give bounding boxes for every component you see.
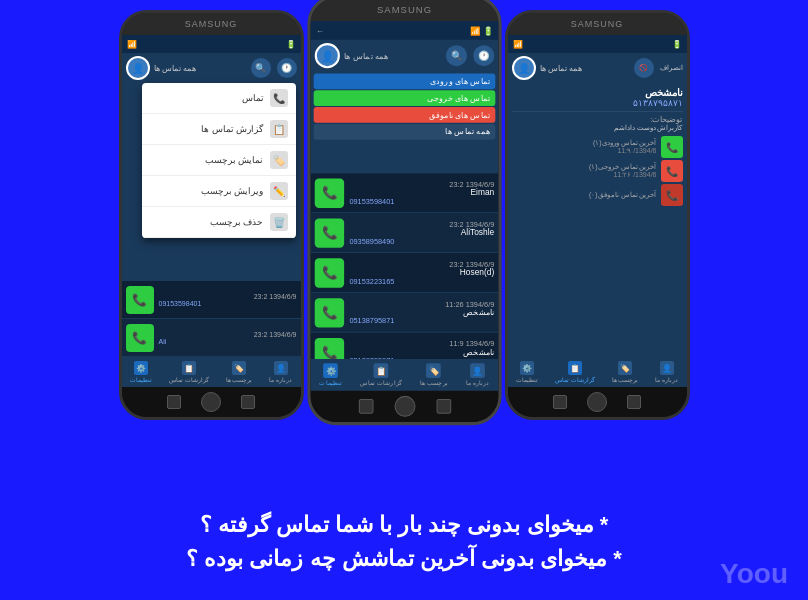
nav-reports-3[interactable]: 📋 گزارشات تماس [555, 361, 595, 383]
menu-btn-3[interactable] [627, 395, 641, 409]
nav-about-3[interactable]: 👤 درباره ما [655, 361, 678, 383]
call-item-p2-5[interactable]: 📞 1394/6/9 11:9 نامشخص 05138795871 [310, 333, 498, 359]
about-nav-icon-2: 👤 [470, 363, 485, 378]
nav-about-1[interactable]: 👤 درباره ما [269, 361, 292, 383]
app-header-1: 👤 همه تماس ها 🔍 🕐 [122, 53, 301, 83]
labels-nav-icon-3: 🏷️ [618, 361, 632, 375]
filter-buttons: تماس های ورودی تماس های خروجی تماس های ن… [310, 71, 498, 142]
call-icon-p2-3: 📞 [314, 258, 343, 287]
reports-nav-icon-2: 📋 [373, 363, 388, 378]
nav-settings-1[interactable]: ⚙️ تنظیمات [130, 361, 152, 383]
filter-missed[interactable]: تماس های ناموفق [313, 107, 495, 123]
menu-item-delete-label[interactable]: 🗑️ حذف برچسب [142, 207, 296, 238]
incoming-call-icon-detail[interactable]: 📞 [661, 136, 683, 158]
watermark: Yoou [720, 558, 788, 590]
samsung-bar-3: SAMSUNG [508, 13, 687, 35]
menu-btn-2[interactable] [436, 399, 451, 414]
status-bar-1: 📶 🔋 [122, 35, 301, 53]
call-item-p2-1[interactable]: 📞 1394/6/9 23:2 Eiman 09153598401 [310, 173, 498, 213]
home-btn-3[interactable] [587, 392, 607, 412]
outgoing-call-icon-detail[interactable]: 📞 [661, 160, 683, 182]
reports-nav-icon: 📋 [182, 361, 196, 375]
clock-icon-2[interactable]: 🕐 [473, 45, 494, 66]
call-icon-p2-2: 📞 [314, 218, 343, 247]
call-incoming-icon-2: 📞 [126, 324, 154, 352]
call-incoming-icon: 📞 [126, 286, 154, 314]
home-btn-2[interactable] [394, 396, 415, 417]
settings-nav-icon-3: ⚙️ [520, 361, 534, 375]
menu-item-edit-label[interactable]: ✏️ ویرایش برچسب [142, 176, 296, 207]
delete-label-icon: 🗑️ [270, 213, 288, 231]
dropdown-menu: 📞 تماس 📋 گزارش تماس ها 🏷️ نمایش برچسب ✏️… [142, 83, 296, 238]
phones-container: SAMSUNG 📶 🔋 👤 همه تماس ها 🔍 🕐 📞 تماس [0, 10, 808, 420]
call-icon-p2-4: 📞 [314, 298, 343, 327]
recent-call-3: آخرین تماس ناموفق(۰) 📞 [512, 184, 683, 206]
menu-btn-1[interactable] [241, 395, 255, 409]
clock-icon-1[interactable]: 🕐 [277, 58, 297, 78]
screen-3: 📶 🔋 👤 همه تماس ها 🚫 انصراف نامشخص ۵۱۳۸۷۹… [508, 35, 687, 387]
nav-settings-3[interactable]: ⚙️ تنظیمات [516, 361, 538, 383]
nav-settings-2[interactable]: ⚙️ تنظیمات [319, 363, 342, 386]
phone-1: SAMSUNG 📶 🔋 👤 همه تماس ها 🔍 🕐 📞 تماس [119, 10, 304, 420]
header-icons-1: 🔍 🕐 [251, 58, 297, 78]
call-info-2: 1394/6/9 23:2 Ali [159, 331, 297, 345]
missed-call-icon-detail[interactable]: 📞 [661, 184, 683, 206]
reports-nav-icon-3: 📋 [568, 361, 582, 375]
search-icon-2[interactable]: 🔍 [445, 45, 466, 66]
bottom-line-2: * میخوای بدونی آخرین تماشش چه زمانی بوده… [10, 546, 798, 572]
back-btn-2[interactable] [358, 399, 373, 414]
nav-reports-1[interactable]: 📋 گزارشات تماس [169, 361, 209, 383]
header-icons-2: 🔍 🕐 [445, 45, 493, 66]
contact-detail: نامشخص ۵۱۳۸۷۹۵۸۷۱ توضیحات: کاربراش دوست … [508, 83, 687, 212]
description-text: کاربراش دوست داداشم [512, 124, 683, 132]
nav-labels-3[interactable]: 🏷️ برچسب ها [612, 361, 639, 383]
call-item-p2-2[interactable]: 📞 1394/6/9 23:2 AliToshle 09358958490 [310, 213, 498, 253]
phone-2: SAMSUNG ← 📶 🔋 👤 همه تماس ها 🔍 🕐 تماس های… [307, 0, 501, 425]
avatar-2: 👤 [314, 43, 339, 68]
call-icon-p2-5: 📞 [314, 338, 343, 360]
samsung-bar-1: SAMSUNG [122, 13, 301, 35]
nav-reports-2[interactable]: 📋 گزارشات تماس [360, 363, 402, 386]
bottom-nav-2: ⚙️ تنظیمات 📋 گزارشات تماس 🏷️ برچسب ها 👤 … [310, 359, 498, 391]
app-header-2: 👤 همه تماس ها 🔍 🕐 [310, 40, 498, 71]
filter-outgoing[interactable]: تماس های خروجی [313, 90, 495, 106]
settings-nav-icon: ⚙️ [134, 361, 148, 375]
filter-all[interactable]: همه تماس ها [313, 124, 495, 140]
screen-1: 📶 🔋 👤 همه تماس ها 🔍 🕐 📞 تماس 📋 [122, 35, 301, 387]
menu-item-report[interactable]: 📋 گزارش تماس ها [142, 114, 296, 145]
menu-item-show-label[interactable]: 🏷️ نمایش برچسب [142, 145, 296, 176]
bottom-text-area: * میخوای بدونی چند بار با شما تماس گرفته… [10, 512, 798, 580]
status-bar-2: ← 📶 🔋 [310, 21, 498, 40]
call-icon-p2-1: 📞 [314, 178, 343, 207]
home-bar-1 [122, 387, 301, 417]
nav-labels-1[interactable]: 🏷️ برچسب ها [226, 361, 253, 383]
filter-incoming[interactable]: تماس های ورودی [313, 74, 495, 90]
status-bar-3: 📶 🔋 [508, 35, 687, 53]
labels-nav-icon-2: 🏷️ [426, 363, 441, 378]
call-item-p2-4[interactable]: 📞 1394/6/9 11:26 نامشخص 05138795871 [310, 293, 498, 333]
settings-nav-icon-2: ⚙️ [323, 363, 338, 378]
nav-labels-2[interactable]: 🏷️ برچسب ها [419, 363, 447, 386]
bottom-nav-1: ⚙️ تنظیمات 📋 گزارشات تماس 🏷️ برچسب ها 👤 … [122, 357, 301, 387]
recent-call-1: آخرین تماس ورودی(۱) 1394/6/ 11:۹ 📞 [512, 136, 683, 158]
description-label: توضیحات: [512, 115, 683, 124]
menu-item-call[interactable]: 📞 تماس [142, 83, 296, 114]
contact-header: نامشخص ۵۱۳۸۷۹۵۸۷۱ [512, 87, 683, 112]
back-btn-1[interactable] [167, 395, 181, 409]
avatar-1: 👤 [126, 56, 150, 80]
back-btn-3[interactable] [553, 395, 567, 409]
home-bar-2 [310, 391, 498, 423]
home-btn-1[interactable] [201, 392, 221, 412]
report-menu-icon: 📋 [270, 120, 288, 138]
call-item-1[interactable]: 📞 1394/6/9 23:2 09153598401 [122, 281, 301, 319]
call-item-2[interactable]: 📞 1394/6/9 23:2 Ali [122, 319, 301, 357]
about-nav-icon: 👤 [274, 361, 288, 375]
avatar-3: 👤 [512, 56, 536, 80]
header-icons-3: 🚫 انصراف [634, 58, 683, 78]
search-icon-1[interactable]: 🔍 [251, 58, 271, 78]
call-item-p2-3[interactable]: 📞 1394/6/9 23:2 Hosen(d) 09153223165 [310, 253, 498, 293]
call-list-2: 📞 1394/6/9 23:2 Eiman 09153598401 📞 1394… [310, 173, 498, 359]
show-label-icon: 🏷️ [270, 151, 288, 169]
cancel-icon-3[interactable]: 🚫 [634, 58, 654, 78]
nav-about-2[interactable]: 👤 درباره ما [465, 363, 489, 386]
